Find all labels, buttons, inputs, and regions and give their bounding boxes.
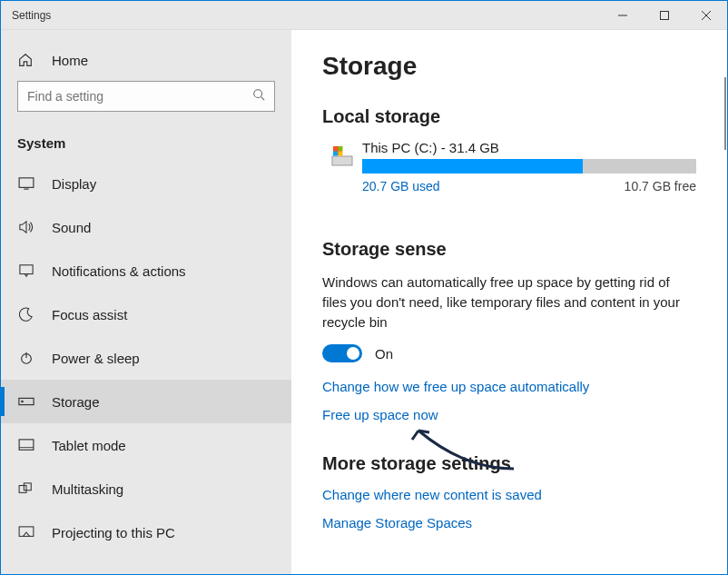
sidebar: Home System Display Sound Notifications … xyxy=(1,30,291,574)
sound-icon xyxy=(17,220,35,234)
sidebar-item-storage[interactable]: Storage xyxy=(1,380,291,423)
disk-used-link[interactable]: 20.7 GB used xyxy=(362,179,440,193)
projecting-icon xyxy=(17,526,35,539)
category-heading: System xyxy=(1,128,291,162)
sidebar-item-label: Tablet mode xyxy=(52,438,126,453)
minimize-button[interactable] xyxy=(602,1,644,30)
maximize-button[interactable] xyxy=(644,1,685,30)
svg-point-4 xyxy=(254,90,262,98)
content-pane: Storage Local storage This PC (C:) - 31.… xyxy=(291,30,727,574)
tablet-icon xyxy=(17,439,35,451)
search-icon xyxy=(252,88,265,104)
home-button[interactable]: Home xyxy=(1,45,291,81)
search-field[interactable] xyxy=(27,89,252,104)
svg-rect-16 xyxy=(24,483,31,491)
sidebar-item-display[interactable]: Display xyxy=(1,162,291,205)
usage-bar-fill xyxy=(362,159,583,173)
svg-line-5 xyxy=(261,97,265,101)
sidebar-item-label: Sound xyxy=(52,220,91,235)
sidebar-item-sound[interactable]: Sound xyxy=(1,205,291,249)
sidebar-item-multitasking[interactable]: Multitasking xyxy=(1,467,291,511)
home-icon xyxy=(17,52,35,68)
sidebar-item-label: Power & sleep xyxy=(52,351,140,366)
svg-rect-17 xyxy=(19,527,34,537)
storage-sense-heading: Storage sense xyxy=(322,239,696,260)
disk-row[interactable]: This PC (C:) - 31.4 GB 20.7 GB used 10.7… xyxy=(322,140,696,193)
moon-icon xyxy=(17,307,35,322)
svg-rect-18 xyxy=(332,156,352,165)
titlebar: Settings xyxy=(1,1,727,30)
svg-rect-8 xyxy=(20,265,33,274)
sidebar-item-notifications[interactable]: Notifications & actions xyxy=(1,249,291,292)
nav-list: Display Sound Notifications & actions Fo… xyxy=(1,162,291,554)
svg-rect-6 xyxy=(19,178,34,188)
usage-bar xyxy=(362,159,696,173)
sidebar-item-label: Storage xyxy=(52,394,100,410)
toggle-state-label: On xyxy=(375,346,393,362)
power-icon xyxy=(17,351,35,365)
storage-icon xyxy=(17,395,35,408)
more-storage-heading: More storage settings xyxy=(322,453,696,474)
svg-rect-23 xyxy=(333,152,338,156)
sidebar-item-label: Multitasking xyxy=(52,481,123,497)
sidebar-item-label: Notifications & actions xyxy=(52,263,186,279)
display-icon xyxy=(17,177,35,190)
manage-storage-spaces-link[interactable]: Manage Storage Spaces xyxy=(322,515,696,530)
notifications-icon xyxy=(17,263,35,278)
svg-rect-21 xyxy=(333,146,338,151)
free-up-now-link[interactable]: Free up space now xyxy=(322,407,696,422)
svg-rect-13 xyxy=(19,440,34,450)
sidebar-item-projecting[interactable]: Projecting to this PC xyxy=(1,511,291,554)
multitasking-icon xyxy=(17,482,35,495)
sidebar-item-focus[interactable]: Focus assist xyxy=(1,292,291,336)
svg-rect-1 xyxy=(661,11,669,19)
local-storage-heading: Local storage xyxy=(322,106,696,127)
svg-point-12 xyxy=(21,401,24,403)
window-title: Settings xyxy=(1,9,602,22)
search-input[interactable] xyxy=(17,81,275,112)
svg-rect-15 xyxy=(19,486,26,493)
sidebar-item-tablet[interactable]: Tablet mode xyxy=(1,423,291,467)
change-free-up-link[interactable]: Change how we free up space automaticall… xyxy=(322,379,696,394)
home-label: Home xyxy=(52,53,88,68)
sidebar-item-label: Display xyxy=(52,176,96,192)
svg-rect-22 xyxy=(339,146,343,151)
page-title: Storage xyxy=(322,52,696,81)
disk-free-label: 10.7 GB free xyxy=(625,179,696,193)
close-button[interactable] xyxy=(685,1,727,30)
sidebar-item-power[interactable]: Power & sleep xyxy=(1,336,291,380)
svg-rect-24 xyxy=(339,152,343,156)
change-save-location-link[interactable]: Change where new content is saved xyxy=(322,487,696,502)
scrollbar[interactable] xyxy=(724,77,726,150)
drive-icon xyxy=(322,140,362,169)
storage-sense-description: Windows can automatically free up space … xyxy=(322,273,696,332)
disk-name: This PC (C:) - 31.4 GB xyxy=(362,140,696,155)
sidebar-item-label: Focus assist xyxy=(52,307,127,322)
sidebar-item-label: Projecting to this PC xyxy=(52,525,175,540)
storage-sense-toggle[interactable] xyxy=(322,344,362,362)
